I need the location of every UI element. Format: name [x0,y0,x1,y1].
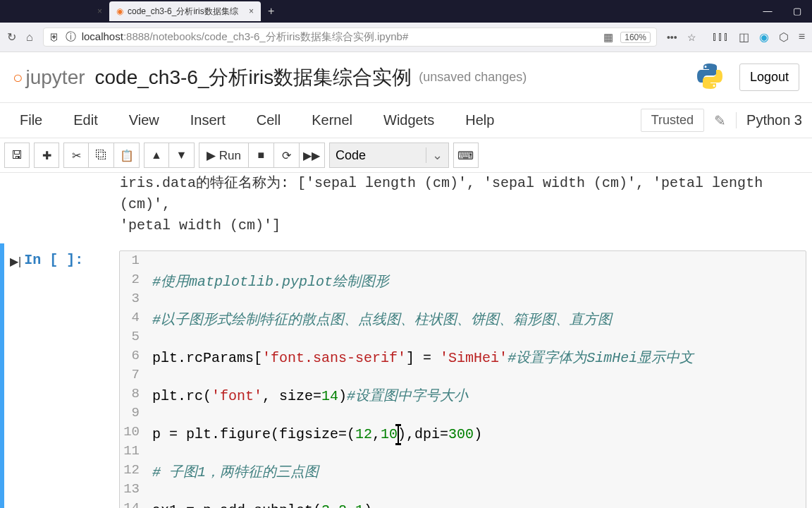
copy-button[interactable]: ⿻ [89,143,114,168]
code-editor[interactable]: 123 456 789 101112 1314 #使用matplotlib.py… [119,250,806,508]
menu-file[interactable]: File [4,109,58,131]
page-actions-menu[interactable]: ••• [667,32,677,43]
run-button[interactable]: ▶ Run [199,143,249,168]
menu-bar: File Edit View Insert Cell Kernel Widget… [0,103,812,138]
extension-icon[interactable]: ◉ [759,30,769,44]
address-bar[interactable]: ⛨ ⓘ localhost:8888/notebooks/code_ch3-6_… [43,28,657,47]
url-text: localhost:8888/notebooks/code_ch3-6_分析ir… [82,30,409,44]
python-logo-icon [694,61,725,94]
qr-icon[interactable]: ▦ [603,31,613,44]
new-tab-button[interactable]: + [261,5,281,18]
tab-active[interactable]: ◉ code_ch3-6_分析iris数据集综 × [109,1,261,21]
menu-insert[interactable]: Insert [175,109,241,131]
menu-cell[interactable]: Cell [241,109,296,131]
output-text: iris.data的特征名称为: ['sepal length (cm)', '… [0,173,812,243]
move-up-button[interactable]: ▲ [144,143,169,168]
input-prompt: In [ ]: [24,252,83,268]
sidebar-icon[interactable]: ◫ [739,30,749,44]
bookmark-star-icon[interactable]: ☆ [687,32,696,43]
notebook-toolbar: 🖫 ✚ ✂ ⿻ 📋 ▲ ▼ ▶ Run ■ ⟳ ▶▶ Code ⌄ ⌨ [0,138,812,173]
move-down-button[interactable]: ▼ [169,143,195,168]
text-cursor [398,426,399,443]
restart-run-all-button[interactable]: ▶▶ [300,143,325,168]
save-status: (unsaved changes) [419,70,527,85]
cell-type-value: Code [336,148,366,163]
reload-button[interactable]: ↻ [7,30,16,44]
prompt-area: ▶| In [ ]: [10,250,119,508]
close-icon[interactable]: × [92,6,102,16]
jupyter-logo[interactable]: ○jupyter [13,66,85,89]
menu-view[interactable]: View [113,109,175,131]
info-icon[interactable]: ⓘ [66,30,76,44]
chevron-down-icon: ⌄ [426,147,443,163]
code-cell[interactable]: ▶| In [ ]: 123 456 789 101112 1314 #使用ma… [0,243,812,508]
menu-icon[interactable]: ≡ [799,30,805,44]
jupyter-favicon-icon: ◉ [116,6,123,16]
close-icon[interactable]: × [243,6,254,16]
maximize-button[interactable]: ▢ [782,0,812,23]
restart-button[interactable]: ⟳ [274,143,300,168]
command-palette-button[interactable]: ⌨ [453,143,479,168]
tab-title: code_ch3-6_分析iris数据集综 [128,6,238,18]
menu-kernel[interactable]: Kernel [296,109,368,131]
cell-type-select[interactable]: Code ⌄ [329,143,449,168]
add-cell-button[interactable]: ✚ [34,143,59,168]
window-controls: — ▢ [753,0,812,23]
notebook-title[interactable]: code_ch3-6_分析iris数据集综合实例 [95,64,412,91]
kernel-indicator[interactable]: Python 3 [736,112,802,128]
code-content[interactable]: #使用matplotlib.pyplot绘制图形 #以子图形式绘制特征的散点图、… [148,251,698,508]
menu-edit[interactable]: Edit [58,109,113,131]
trusted-badge[interactable]: Trusted [641,109,704,132]
collapse-icon[interactable]: ▶| [10,255,21,268]
profile-icon[interactable]: ⬡ [779,30,789,44]
jupyter-header: ○jupyter code_ch3-6_分析iris数据集综合实例 (unsav… [0,52,812,103]
menu-widgets[interactable]: Widgets [368,109,450,131]
home-button[interactable]: ⌂ [26,31,33,44]
paste-button[interactable]: 📋 [114,143,140,168]
url-bar: ↻ ⌂ ⛨ ⓘ localhost:8888/notebooks/code_ch… [0,23,812,52]
browser-tab-strip: × ◉ code_ch3-6_分析iris数据集综 × + — ▢ [0,0,812,23]
menu-help[interactable]: Help [450,109,510,131]
save-button[interactable]: 🖫 [4,143,30,168]
tab-blank[interactable]: × [0,1,109,21]
interrupt-button[interactable]: ■ [249,143,274,168]
cut-button[interactable]: ✂ [63,143,89,168]
shield-icon: ⛨ [49,31,60,43]
edit-icon[interactable]: ✎ [714,112,726,129]
line-gutter: 123 456 789 101112 1314 [120,251,148,508]
minimize-button[interactable]: — [753,0,782,23]
logout-button[interactable]: Logout [739,64,799,91]
zoom-level[interactable]: 160% [620,32,651,43]
library-icon[interactable]: ⫿⫿⫿ [712,30,729,44]
notebook-area: iris.data的特征名称为: ['sepal length (cm)', '… [0,173,812,508]
